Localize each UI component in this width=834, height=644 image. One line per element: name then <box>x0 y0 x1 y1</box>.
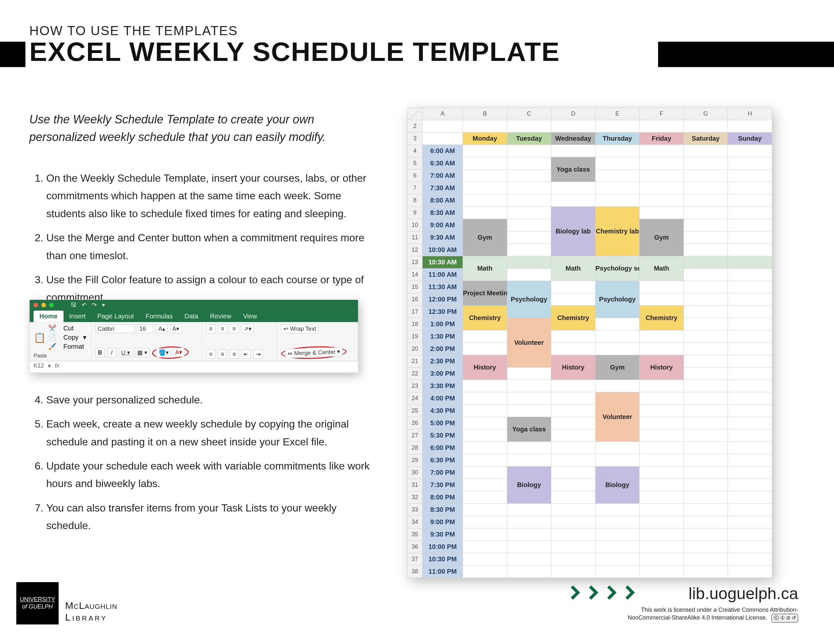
cell-reference: K12 <box>34 362 44 369</box>
event-math: Math <box>640 256 684 281</box>
cell <box>684 466 728 479</box>
nc-icon: ⊘ <box>786 615 790 621</box>
header-bar-right <box>658 42 834 67</box>
tab-view: View <box>237 311 263 322</box>
time-1130AM: 11:30 AM <box>423 281 463 293</box>
row-37: 37 <box>407 553 423 565</box>
schedule-screenshot: ABCDEFGH23MondayTuesdayWednesdayThursday… <box>407 107 772 578</box>
cell <box>507 256 551 269</box>
cell <box>640 504 684 516</box>
cell <box>684 169 728 182</box>
time-600PM: 6:00 PM <box>423 442 463 454</box>
wrap-label: Wrap Text <box>290 326 316 332</box>
row-19: 19 <box>407 331 423 343</box>
cell <box>640 429 684 442</box>
cell <box>640 194 684 207</box>
cell <box>640 405 684 417</box>
cell <box>507 244 551 256</box>
cell <box>423 132 463 145</box>
merge-center-button: ⇔ Merge & Center ▾ <box>285 347 343 358</box>
cell <box>640 553 684 565</box>
cell <box>463 466 507 479</box>
cell <box>684 343 728 355</box>
row-21: 21 <box>407 355 423 368</box>
cell <box>507 516 551 528</box>
titlebar: 🖫 ↶ ↷ ▾ <box>30 300 358 310</box>
cell <box>728 269 772 281</box>
copy-icon: 📄 <box>48 333 57 341</box>
cell <box>728 343 772 355</box>
day-friday: Friday <box>640 132 684 145</box>
cell <box>551 479 596 491</box>
uni-line-2: of GUELPH <box>22 603 53 610</box>
by-icon: ① <box>780 615 785 621</box>
cell <box>640 442 684 454</box>
time-900PM: 9:00 PM <box>423 516 463 528</box>
cell <box>507 157 551 169</box>
cell <box>463 541 507 553</box>
cell <box>640 491 684 504</box>
fx-label: fx <box>55 362 59 369</box>
cell <box>551 281 596 293</box>
cell <box>728 454 772 466</box>
align-top-icon: ≡ <box>206 324 215 333</box>
cell <box>463 442 507 454</box>
time-1000PM: 10:00 PM <box>423 541 463 553</box>
window-close-icon <box>34 303 38 307</box>
cell <box>463 429 507 442</box>
cell <box>684 256 728 269</box>
cell <box>463 331 507 343</box>
cell <box>684 145 728 157</box>
library-top: McLaughlin <box>65 600 117 612</box>
library-name: McLaughlin Library <box>65 600 117 623</box>
row-15: 15 <box>407 281 423 293</box>
cell <box>463 528 507 541</box>
day-sunday: Sunday <box>728 132 772 145</box>
cell <box>684 194 728 207</box>
day-thursday: Thursday <box>595 132 640 145</box>
row-28: 28 <box>407 442 423 454</box>
overline: HOW TO USE THE TEMPLATES <box>29 23 238 38</box>
cell <box>595 145 640 157</box>
font-name-select <box>95 324 134 333</box>
row-29: 29 <box>407 454 423 466</box>
cell <box>684 157 728 169</box>
cell <box>640 479 684 491</box>
cell <box>640 541 684 553</box>
quick-access-toolbar: 🖫 ↶ ↷ ▾ <box>71 302 105 309</box>
ribbon-tabs: Home Insert Page Layout Formulas Data Re… <box>30 310 358 322</box>
cell <box>728 466 772 479</box>
wrap-icon: ↩ <box>283 325 288 332</box>
tab-page-layout: Page Layout <box>92 311 140 322</box>
chevron-icons <box>569 583 642 602</box>
cell <box>507 194 551 207</box>
page-title: EXCEL WEEKLY SCHEDULE TEMPLATE <box>29 37 560 67</box>
copy-label: Copy <box>63 334 79 341</box>
cell <box>684 417 728 429</box>
event-biology: Biology <box>507 466 551 504</box>
row-24: 24 <box>407 392 423 405</box>
cell <box>551 541 596 553</box>
cell <box>684 454 728 466</box>
cell <box>728 553 772 565</box>
cell <box>595 528 640 541</box>
time-1230PM: 12:30 PM <box>423 306 463 318</box>
cell <box>684 442 728 454</box>
cell <box>684 318 728 331</box>
event-psychology: Psychology <box>507 281 551 318</box>
cell <box>551 331 596 343</box>
event-volunteer: Volunteer <box>595 392 640 442</box>
cell <box>684 355 728 368</box>
time-1030AM: 10:30 AM <box>423 256 463 269</box>
row-22: 22 <box>407 368 423 380</box>
cell <box>640 392 684 405</box>
time-1030PM: 10:30 PM <box>423 553 463 565</box>
time-430PM: 4:30 PM <box>423 405 463 417</box>
row-3: 3 <box>407 132 423 145</box>
cell <box>551 120 596 132</box>
cell <box>507 442 551 454</box>
step-5: Each week, create a new weekly schedule … <box>46 415 375 450</box>
cell <box>507 553 551 565</box>
event-chemistry: Chemistry <box>463 306 507 331</box>
align-middle-icon: ≡ <box>218 324 227 333</box>
